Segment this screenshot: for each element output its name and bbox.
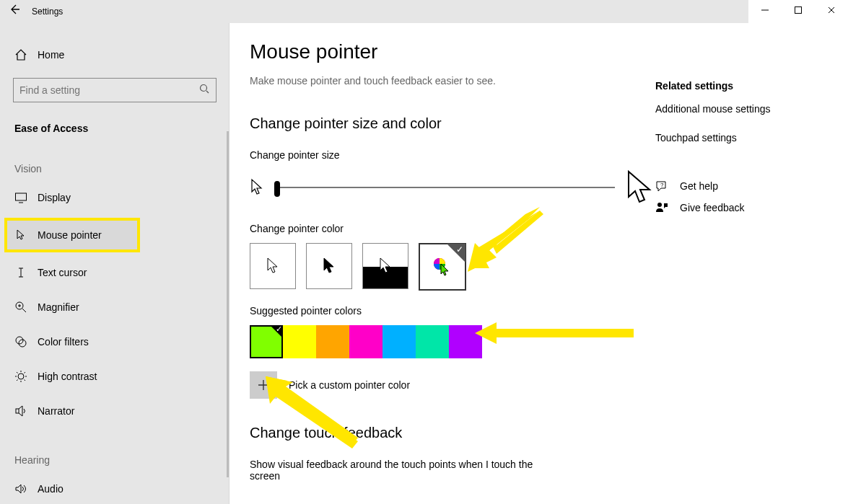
give-feedback-label: Give feedback xyxy=(680,202,745,213)
svg-point-4 xyxy=(16,337,23,344)
window-controls xyxy=(748,0,848,23)
narrator-icon xyxy=(14,404,27,417)
nav-list-hearing: Audio xyxy=(0,474,229,503)
help-icon: ? xyxy=(655,180,668,193)
home-nav[interactable]: Home xyxy=(14,40,229,69)
sidebar: Home Ease of Access Vision Display Mouse… xyxy=(0,23,230,504)
nav-display[interactable]: Display xyxy=(0,183,229,212)
pointer-color-black[interactable] xyxy=(306,243,352,289)
page-title: Mouse pointer xyxy=(250,40,654,63)
close-icon xyxy=(827,6,836,14)
custom-color-button[interactable] xyxy=(250,371,277,399)
sidebar-category: Ease of Access xyxy=(14,123,229,134)
color-swatch-4[interactable] xyxy=(383,325,416,358)
svg-rect-7 xyxy=(16,409,19,413)
pointer-size-slider-row xyxy=(250,169,654,205)
nav-magnifier-label: Magnifier xyxy=(38,301,79,313)
cursor-white-icon xyxy=(265,256,281,276)
mouse-pointer-icon xyxy=(14,229,27,242)
feedback-icon xyxy=(655,201,668,214)
minimize-icon xyxy=(761,6,769,14)
svg-point-1 xyxy=(201,85,207,92)
cursor-small-icon xyxy=(250,177,264,198)
suggested-swatches: ✓ xyxy=(250,325,654,358)
pointer-color-custom[interactable]: ✓ xyxy=(419,243,466,291)
nav-display-label: Display xyxy=(38,192,71,203)
sidebar-scrollbar[interactable] xyxy=(227,131,229,477)
svg-text:?: ? xyxy=(660,182,664,188)
window-title: Settings xyxy=(29,0,63,23)
nav-audio[interactable]: Audio xyxy=(0,474,229,503)
change-size-label: Change pointer size xyxy=(250,149,654,161)
svg-rect-0 xyxy=(795,7,802,14)
section-touch: Change touch feedback xyxy=(250,425,654,441)
color-swatch-5[interactable] xyxy=(416,325,449,358)
maximize-button[interactable] xyxy=(782,0,815,23)
home-label: Home xyxy=(38,49,64,61)
check-icon: ✓ xyxy=(456,244,463,255)
nav-magnifier[interactable]: Magnifier xyxy=(0,293,229,322)
text-cursor-icon xyxy=(14,266,27,279)
cursor-inverted-icon xyxy=(377,256,393,276)
change-color-label: Change pointer color xyxy=(250,223,654,234)
color-filters-icon xyxy=(14,335,27,348)
related-settings: Related settings Additional mouse settin… xyxy=(655,80,814,214)
color-swatch-0[interactable]: ✓ xyxy=(250,325,283,358)
nav-mouse-pointer[interactable]: Mouse pointer xyxy=(7,221,137,249)
page-subtitle: Make mouse pointer and touch feedback ea… xyxy=(250,75,654,87)
search-input[interactable] xyxy=(14,84,193,96)
color-swatch-2[interactable] xyxy=(316,325,349,358)
get-help-label: Get help xyxy=(680,180,718,192)
svg-point-6 xyxy=(18,373,24,379)
high-contrast-icon xyxy=(14,370,27,383)
nav-text-cursor[interactable]: Text cursor xyxy=(0,258,229,287)
custom-color-label: Pick a custom pointer color xyxy=(289,379,410,391)
pointer-color-inverted[interactable] xyxy=(362,243,408,289)
color-swatch-6[interactable] xyxy=(449,325,482,358)
touch-feedback-description: Show visual feedback around the touch po… xyxy=(250,459,560,482)
back-button[interactable] xyxy=(0,0,29,23)
pointer-color-options: ✓ xyxy=(250,243,654,291)
related-heading: Related settings xyxy=(655,80,814,92)
display-icon xyxy=(14,191,27,204)
pointer-color-white[interactable] xyxy=(250,243,296,289)
color-swatch-1[interactable] xyxy=(283,325,316,358)
plus-icon xyxy=(257,379,270,392)
back-arrow-icon xyxy=(9,4,20,15)
nav-list-vision: Display Mouse pointer Text cursor Magnif… xyxy=(0,183,229,425)
nav-narrator[interactable]: Narrator xyxy=(0,397,229,425)
nav-high-contrast-label: High contrast xyxy=(38,371,97,382)
link-additional-mouse[interactable]: Additional mouse settings xyxy=(655,103,814,115)
home-icon xyxy=(14,48,27,61)
group-hearing: Hearing xyxy=(14,454,229,466)
slider-thumb[interactable] xyxy=(274,181,280,197)
title-bar-left: Settings xyxy=(0,0,63,23)
nav-text-cursor-label: Text cursor xyxy=(38,267,87,278)
search-box[interactable] xyxy=(13,78,217,102)
title-bar: Settings xyxy=(0,0,848,23)
custom-color-row: Pick a custom pointer color xyxy=(250,371,654,399)
get-help-link[interactable]: ? Get help xyxy=(655,180,814,193)
svg-point-10 xyxy=(657,203,662,207)
annotation-highlight-box: Mouse pointer xyxy=(4,218,140,252)
svg-rect-2 xyxy=(16,193,27,200)
nav-high-contrast[interactable]: High contrast xyxy=(0,362,229,391)
svg-point-5 xyxy=(19,340,26,347)
close-button[interactable] xyxy=(815,0,848,23)
nav-mouse-pointer-label: Mouse pointer xyxy=(38,229,102,241)
section-size-color: Change pointer size and color xyxy=(250,115,654,132)
search-icon xyxy=(193,84,216,97)
minimize-button[interactable] xyxy=(748,0,782,23)
nav-color-filters[interactable]: Color filters xyxy=(0,327,229,356)
magnifier-icon xyxy=(14,301,27,314)
cursor-black-icon xyxy=(321,256,337,276)
link-touchpad[interactable]: Touchpad settings xyxy=(655,132,814,143)
nav-audio-label: Audio xyxy=(38,483,64,495)
give-feedback-link[interactable]: Give feedback xyxy=(655,201,814,214)
pointer-size-slider[interactable] xyxy=(274,187,615,188)
cursor-large-icon xyxy=(625,169,654,205)
color-swatch-3[interactable] xyxy=(349,325,383,358)
main-content: Mouse pointer Make mouse pointer and tou… xyxy=(230,23,848,504)
nav-narrator-label: Narrator xyxy=(38,405,74,417)
maximize-icon xyxy=(794,6,803,14)
